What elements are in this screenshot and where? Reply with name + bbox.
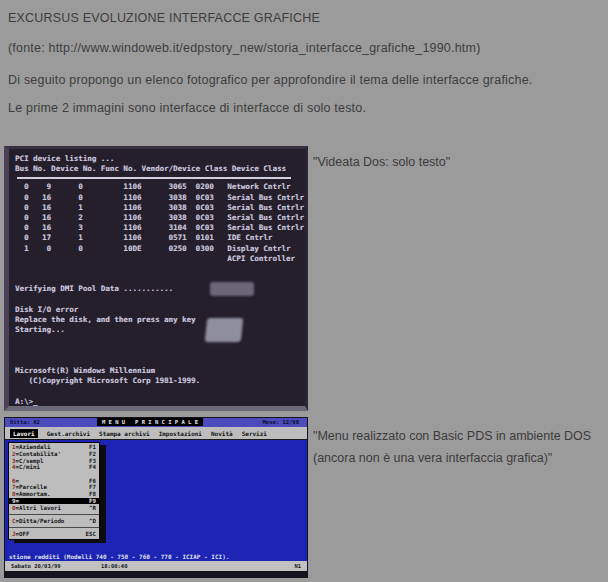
dos-text-line [15,386,305,396]
dropdown-menu-item: 9=F9 [9,498,99,505]
dos-text-line: Replace the disk, and then press any key [15,315,305,325]
pci-table-row: 0 16 0 1106 3038 0C03 Serial Bus Cntrlr [15,193,305,203]
pds-caption-line1: "Menu realizzato con Basic PDS in ambien… [313,429,591,443]
document-page: EXCURSUS EVOLUZIONE INTERFACCE GRAFICHE … [0,0,608,582]
note-line: Le prime 2 immagini sono interfacce di i… [8,101,366,115]
status-indicator: N1 [294,563,301,569]
menubar-item: Servizi [242,430,267,437]
dropdown-menu-item: J=OFFESC [9,531,99,538]
pci-table: 0 9 0 1106 3065 0200 Network Cntrlr 0 16… [15,182,305,264]
pds-blue-screen: 1=AziendaliF1 2=Contabilita'F2 3=C/sempl… [5,440,307,561]
dos-text-line [15,335,305,345]
pci-table-row: ACPI Controller [15,254,305,264]
lavori-dropdown-menu: 1=AziendaliF1 2=Contabilita'F2 3=C/sempl… [8,442,100,540]
intro-line: Di seguito propongo un elenco fotografic… [8,73,532,87]
pci-listing-title: PCI device listing ... [15,154,305,164]
pci-table-row: 0 17 1 1106 0571 0101 IDE Cntrlr [15,233,305,243]
dropdown-menu-item: 0=Altri lavori^R [9,504,99,511]
dropdown-menu-item: 4=C/miniF4 [9,464,99,471]
status-date: Sabato 20/03/99 [11,563,61,569]
dropdown-menu-item [9,511,99,518]
selected-item-description: stione redditi (Modelli 740 - 750 - 760 … [9,553,229,560]
dropdown-menu-item: 7=ParcelleF7 [9,484,99,491]
pci-table-row: 0 16 3 1106 3104 0C03 Serial Bus Cntrlr [15,223,305,233]
dropdown-menu-item: 3=C/semplF3 [9,457,99,464]
screen-reflection [205,318,244,342]
pci-header-divider [15,174,305,182]
status-time: 18:00:40 [101,563,128,569]
dos-text-line [15,356,305,366]
pds-menubar: Lavori Gest.archivi Stampa archivi Impos… [5,427,307,440]
dos-text-line: Disk I/O error [15,305,305,315]
pci-table-row: 0 16 2 1106 3038 0C03 Serial Bus Cntrlr [15,213,305,223]
menubar-item: Gest.archivi [47,430,90,437]
dos-screen: PCI device listing ... Bus No. Device No… [9,149,305,406]
dos-text-line: (C)Copyright Microsoft Corp 1981-1999. [15,376,305,386]
dropdown-menu-item: 8=Ammortam.F8 [9,491,99,498]
dropdown-menu-item: 2=Contabilita'F2 [9,451,99,458]
month-label: Mese: 12/98 [263,419,299,425]
pci-table-header: Bus No. Device No. Func No. Vendor/Devic… [15,164,305,174]
pds-menu-screenshot-image: Ditta: A2 M E N U P R I N C I P A L E Me… [4,417,308,578]
dos-text-line [15,346,305,356]
page-title: EXCURSUS EVOLUZIONE INTERFACCE GRAFICHE [8,11,320,25]
pci-table-row: 0 16 1 1106 3038 0C03 Serial Bus Cntrlr [15,203,305,213]
dropdown-menu-item: 1=AziendaliF1 [9,444,99,451]
dos-text-line: Microsoft(R) Windows Millennium [15,366,305,376]
screen-reflection [210,282,254,296]
dropdown-menu-item [9,471,99,478]
dos-screenshot-image: PCI device listing ... Bus No. Device No… [4,146,308,411]
screen-bottom-edge [5,571,307,577]
company-label: Ditta: A2 [10,419,40,425]
dos-caption: "Videata Dos: solo testo" [313,155,450,169]
source-line: (fonte: http://www.windoweb.it/edpstory_… [8,41,481,55]
menubar-item: Impostazioni [159,430,202,437]
dos-text-line: Starting... [15,325,305,335]
pds-titlebar: Ditta: A2 M E N U P R I N C I P A L E Me… [5,418,307,427]
pci-table-row: 0 9 0 1106 3065 0200 Network Cntrlr [15,182,305,192]
dropdown-menu-item: 6=F6 [9,477,99,484]
dos-text-line [15,274,305,284]
menubar-item: Novità [211,430,233,437]
dropdown-menu-item: C=Ditta/Periodo^D [9,518,99,525]
pds-statusbar: Sabato 20/03/99 18:00:40 N1 [5,561,307,571]
dos-text-line: A:\>_ [15,397,305,407]
menubar-item: Lavori [10,429,38,438]
menu-principale-title: M E N U P R I N C I P A L E [97,418,203,426]
pds-caption-line2: (ancora non è una vera interfaccia grafi… [313,451,552,465]
menubar-item: Stampa archivi [99,430,150,437]
pci-table-row: 1 0 0 10DE 0250 0300 Display Cntrlr [15,244,305,254]
dos-boot-lines: Verifying DMI Pool Data ........... Disk… [15,264,305,407]
dos-text-line [15,295,305,305]
dropdown-menu-item [9,524,99,531]
dos-text-line [15,264,305,274]
dos-text-line: Verifying DMI Pool Data ........... [15,284,305,294]
